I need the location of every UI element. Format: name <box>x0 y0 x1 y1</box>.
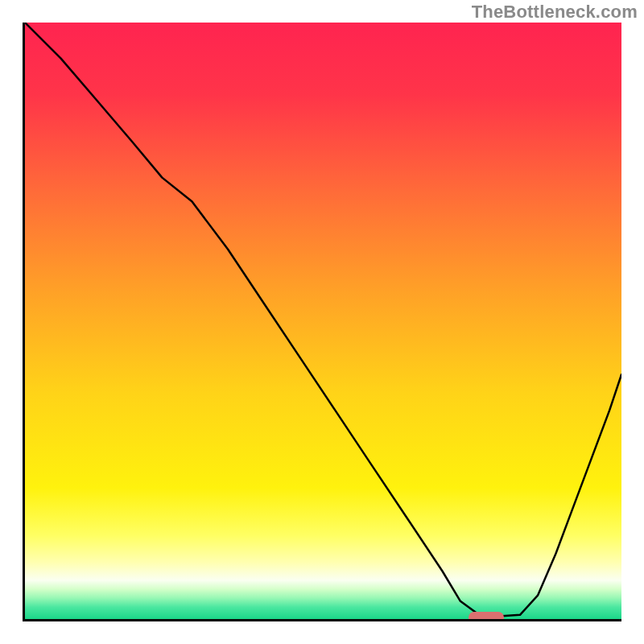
optimum-marker <box>469 612 504 621</box>
bottleneck-curve <box>25 23 621 619</box>
plot-area <box>23 23 621 621</box>
chart-frame: TheBottleneck.com <box>0 0 644 644</box>
watermark-text: TheBottleneck.com <box>472 2 638 23</box>
